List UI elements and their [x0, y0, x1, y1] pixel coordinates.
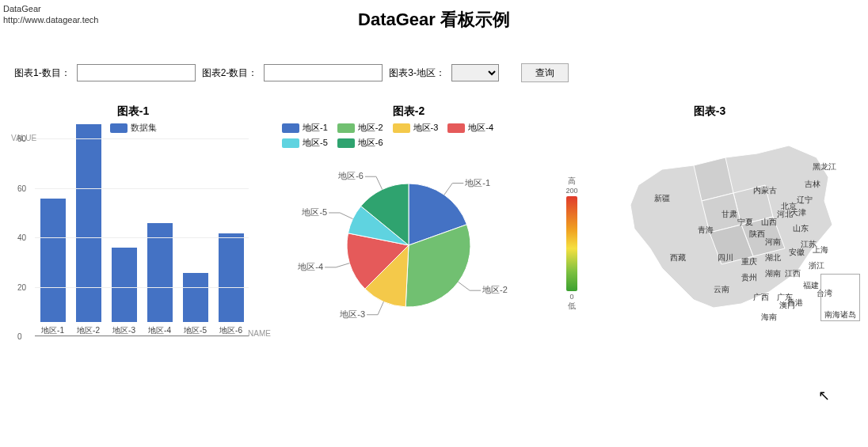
vm-min: 0	[559, 293, 584, 301]
pie-label: 地区-1	[464, 178, 490, 188]
bar-col: 地区-6	[217, 233, 246, 337]
pie-label: 地区-6	[337, 171, 364, 180]
chart3-region-label: 图表3-地区：	[389, 66, 445, 80]
legend-label: 地区-4	[468, 122, 493, 134]
legend-swatch	[282, 138, 299, 148]
chart3-title: 图表-3	[559, 104, 860, 119]
query-button[interactable]: 查询	[521, 63, 569, 82]
legend-swatch	[447, 123, 465, 133]
legend-item[interactable]: 地区-5	[282, 137, 328, 149]
chart3-plot: 高 200 0 低 黑龙江吉林辽宁内蒙古新疆青海甘肃宁夏陕西山西河北北京天津山东…	[559, 122, 860, 335]
brand-block: DataGear http://www.datagear.tech	[3, 3, 98, 26]
south-sea-label: 南海诸岛	[824, 310, 856, 319]
ytick: 60	[17, 184, 26, 192]
bar-col: 地区-2	[74, 124, 103, 336]
pie-label: 地区-4	[297, 262, 323, 271]
chart3-region-select[interactable]	[451, 64, 499, 81]
legend-swatch	[337, 123, 355, 133]
vm-gradient-bar[interactable]	[566, 196, 577, 291]
legend-label: 地区-2	[358, 122, 383, 134]
chart2-pie: 图表-2 地区-1地区-2地区-3地区-4地区-5地区-6 地区-1地区-2地区…	[274, 104, 543, 336]
vm-low-label: 低	[559, 301, 584, 312]
chart1-xlabel: NAME	[248, 329, 271, 338]
cursor-icon: ↖	[818, 387, 830, 404]
legend-label: 地区-3	[413, 122, 439, 134]
legend-swatch	[110, 123, 128, 133]
filter-form: 图表1-数目： 图表2-数目： 图表3-地区： 查询	[14, 63, 868, 82]
chart2-legend: 地区-1地区-2地区-3地区-4地区-5地区-6	[274, 122, 543, 149]
chart3-map: 图表-3 高 200 0 低 黑龙江吉林辽宁内蒙古新疆青海甘肃宁夏陕西山西河北北…	[559, 104, 860, 336]
legend-label: 地区-6	[358, 137, 383, 149]
page-title: DataGear 看板示例	[0, 0, 868, 32]
legend-swatch	[393, 123, 410, 133]
xcategory: 地区-4	[148, 325, 171, 336]
xcategory: 地区-2	[77, 325, 100, 336]
chart1-bar: 图表-1 数据集 VALUE NAME 地区-1地区-2地区-3地区-4地区-5…	[8, 104, 258, 336]
legend-label: 地区-1	[303, 122, 328, 134]
xcategory: 地区-3	[112, 325, 135, 336]
chart2-count-label: 图表2-数目：	[202, 66, 258, 80]
bar-col: 地区-3	[110, 248, 139, 336]
visual-map[interactable]: 高 200 0 低	[559, 176, 584, 312]
chart1-count-label: 图表1-数目：	[14, 66, 70, 80]
legend-item[interactable]: 地区-1	[282, 122, 328, 134]
legend-label: 地区-5	[303, 137, 328, 149]
chart2-title: 图表-2	[274, 104, 543, 119]
china-map-shape[interactable]	[607, 130, 844, 320]
brand-name: DataGear	[3, 3, 98, 14]
xcategory: 地区-5	[184, 325, 207, 336]
pie-label: 地区-3	[339, 309, 365, 319]
chart1-count-input[interactable]	[77, 64, 196, 81]
bar[interactable]	[112, 248, 137, 322]
brand-url: http://www.datagear.tech	[3, 14, 98, 25]
ytick: 80	[17, 134, 26, 143]
chart1-legend-label: 数据集	[131, 123, 157, 132]
xcategory: 地区-1	[41, 325, 64, 336]
south-sea-inset[interactable]: 南海诸岛	[820, 274, 860, 321]
legend-item[interactable]: 地区-6	[337, 137, 383, 149]
legend-item[interactable]: 地区-3	[393, 122, 439, 134]
ytick: 20	[17, 282, 26, 291]
bar-col: 地区-4	[146, 223, 174, 336]
chart2-count-input[interactable]	[264, 64, 383, 81]
legend-item[interactable]: 地区-2	[337, 122, 383, 134]
bar[interactable]	[219, 233, 244, 323]
legend-swatch	[337, 138, 355, 148]
bar[interactable]	[183, 273, 208, 323]
pie-label: 地区-5	[301, 207, 327, 217]
vm-high-label: 高	[559, 176, 584, 187]
bar-col: 地区-5	[181, 273, 210, 337]
vm-max: 200	[559, 187, 584, 195]
pie-label: 地区-2	[482, 285, 508, 294]
xcategory: 地区-6	[219, 325, 242, 336]
chart1-legend[interactable]: 数据集	[8, 122, 258, 134]
bar-col: 地区-1	[39, 199, 67, 336]
ytick: 40	[17, 233, 26, 242]
chart2-plot: 地区-1地区-2地区-3地区-4地区-5地区-6	[274, 152, 543, 334]
chart1-plot: VALUE NAME 地区-1地区-2地区-3地区-4地区-5地区-6 0204…	[35, 138, 249, 336]
bar[interactable]	[76, 124, 101, 322]
bar[interactable]	[40, 199, 66, 322]
ytick: 0	[17, 332, 22, 341]
chart1-title: 图表-1	[8, 104, 258, 119]
legend-swatch	[282, 123, 299, 133]
legend-item[interactable]: 地区-4	[447, 122, 493, 134]
